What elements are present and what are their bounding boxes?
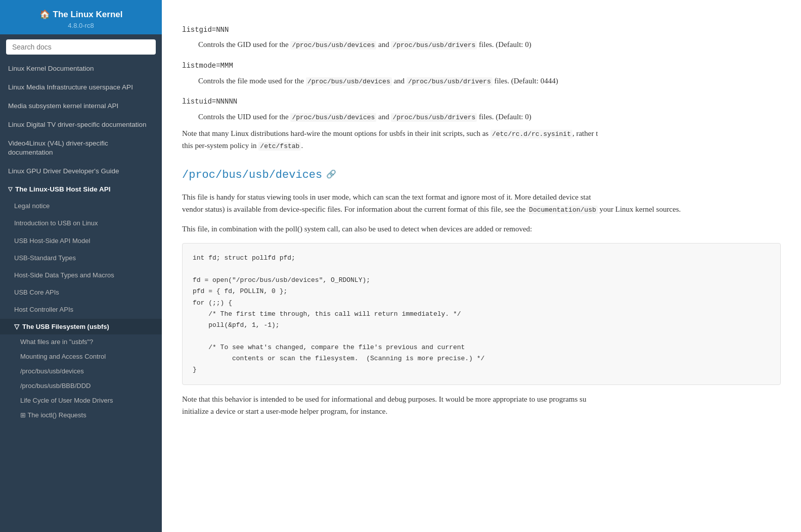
nav-host-controller[interactable]: Host Controller APIs [0, 301, 162, 318]
nav-ioctl[interactable]: ⊞ The ioctl() Requests [0, 408, 162, 422]
nav-usb-types[interactable]: USB-Standard Types [0, 250, 162, 267]
usbfs-section: ▽ The USB Filesystem (usbfs) What files … [0, 319, 162, 422]
nav-host-data-types[interactable]: Host-Side Data Types and Macros [0, 267, 162, 284]
nav-proc-bbb-ddd[interactable]: /proc/bus/usb/BBB/DDD [0, 378, 162, 393]
para3: Note that this behavior is intended to b… [182, 393, 781, 417]
note-paragraph: Note that many Linux distributions hard-… [182, 127, 781, 153]
usbfs-header[interactable]: ▽ The USB Filesystem (usbfs) [0, 319, 162, 334]
nav-proc-devices[interactable]: /proc/bus/usb/devices [0, 364, 162, 378]
toggle-icon-usbfs: ▽ [14, 323, 19, 330]
toggle-icon: ▽ [8, 186, 12, 192]
sidebar-version: 4.8.0-rc8 [8, 22, 154, 29]
para2: This file, in combination with the poll(… [182, 223, 781, 235]
code-block-poll: int fd; struct pollfd pfd; fd = open("/p… [182, 243, 781, 385]
nav-usb-api-model[interactable]: USB Host-Side API Model [0, 232, 162, 250]
search-input[interactable] [6, 39, 156, 55]
usb-host-header[interactable]: ▽ The Linux-USB Host Side API [0, 181, 162, 198]
nav-intro-usb[interactable]: Introduction to USB on Linux [0, 215, 162, 232]
param-listuid: listuid=NNNNN [182, 96, 781, 107]
sidebar: 🏠 The Linux Kernel 4.8.0-rc8 Linux Kerne… [0, 0, 162, 532]
nav-mounting[interactable]: Mounting and Access Control [0, 349, 162, 364]
nav-item-gpu[interactable]: Linux GPU Driver Developer's Guide [0, 162, 162, 181]
param-listgid-desc: Controls the GID used for the /proc/bus/… [182, 38, 781, 51]
nav-item-media-subsystem[interactable]: Media subsystem kernel internal API [0, 97, 162, 116]
param-listuid-desc: Controls the UID used for the /proc/bus/… [182, 111, 781, 123]
home-icon: 🏠 [39, 9, 50, 20]
nav-item-media-infra[interactable]: Linux Media Infrastructure userspace API [0, 78, 162, 97]
sidebar-header: 🏠 The Linux Kernel 4.8.0-rc8 [0, 0, 162, 34]
nav-item-dtv[interactable]: Linux Digital TV driver-specific documen… [0, 116, 162, 134]
anchor-link[interactable]: 🔗 [326, 169, 336, 182]
nav-what-files[interactable]: What files are in "usbfs"? [0, 334, 162, 349]
param-listmode-desc: Controls the file mode used for the /pro… [182, 75, 781, 87]
nav-item-kernel-docs[interactable]: Linux Kernel Documentation [0, 60, 162, 78]
param-listgid: listgid=NNN [182, 24, 781, 35]
top-nav: Linux Kernel Documentation Linux Media I… [0, 60, 162, 181]
nav-usb-core-apis[interactable]: USB Core APIs [0, 284, 162, 301]
search-container [0, 34, 162, 60]
para1: This file is handy for status viewing to… [182, 191, 781, 216]
nav-lifecycle[interactable]: Life Cycle of User Mode Drivers [0, 393, 162, 408]
usb-host-section: ▽ The Linux-USB Host Side API Legal noti… [0, 181, 162, 318]
param-listmode: listmode=MMM [182, 60, 781, 71]
sidebar-title[interactable]: 🏠 The Linux Kernel [8, 9, 154, 20]
nav-legal[interactable]: Legal notice [0, 198, 162, 215]
nav-item-v4l[interactable]: Video4Linux (V4L) driver-specific docume… [0, 134, 162, 163]
section-heading-proc: /proc/bus/usb/devices 🔗 [182, 166, 781, 184]
main-content: listgid=NNN Controls the GID used for th… [162, 0, 801, 532]
